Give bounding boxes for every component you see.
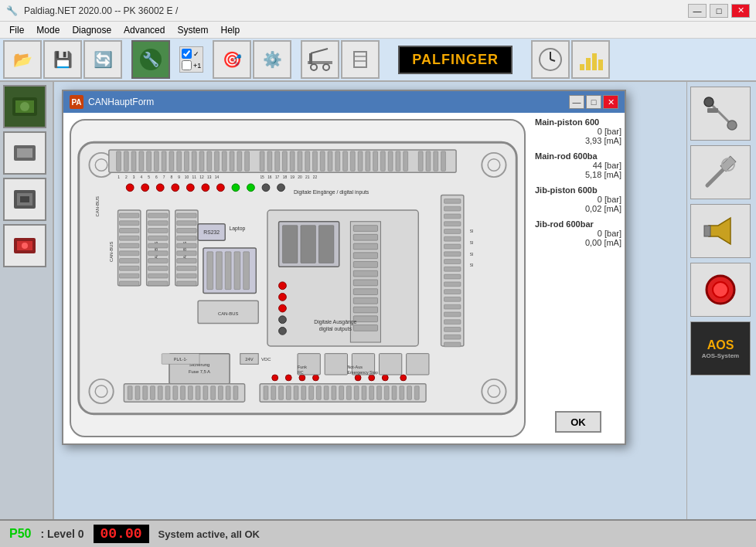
sidebar-icon-device1[interactable]	[3, 85, 46, 128]
svg-rect-131	[148, 229, 168, 233]
svg-rect-191	[444, 236, 460, 241]
dialog-controls[interactable]: — □ ✕	[569, 95, 618, 109]
svg-text:2: 2	[125, 175, 128, 179]
minimize-button[interactable]: —	[688, 4, 707, 18]
checkbox1[interactable]	[182, 49, 192, 59]
svg-point-109	[232, 184, 240, 192]
svg-text:8: 8	[171, 175, 173, 179]
checkbox2[interactable]	[182, 60, 192, 70]
right-icon-cable[interactable]	[690, 87, 751, 141]
sidebar-icon-device2[interactable]	[3, 131, 46, 175]
toolbar-save-button[interactable]: 💾	[43, 40, 82, 79]
svg-rect-187	[444, 206, 460, 211]
toolbar-folder-button[interactable]: 📂	[3, 40, 42, 79]
sidebar-icon-device4[interactable]	[3, 224, 46, 267]
data-label-3: Jib-piston 600b	[535, 185, 621, 195]
svg-rect-202	[444, 320, 460, 324]
ok-button[interactable]: OK	[555, 411, 601, 433]
toolbar-target-button[interactable]: 🎯	[213, 40, 251, 79]
menu-advanced[interactable]: Advanced	[117, 23, 171, 37]
svg-rect-40	[131, 151, 136, 171]
sidebar-icon-device3[interactable]	[3, 178, 46, 221]
data-value-1b: 3,93 [mA]	[535, 136, 621, 145]
svg-rect-133	[148, 243, 168, 248]
close-button[interactable]: ✕	[731, 4, 750, 18]
data-label-4: Jib-rod 600bar	[535, 219, 621, 229]
svg-point-261	[400, 375, 407, 381]
svg-rect-144	[177, 236, 196, 240]
toolbar-settings-button[interactable]: ⚙️	[253, 40, 291, 79]
svg-rect-205	[444, 342, 460, 347]
dialog-maximize-button[interactable]: □	[586, 95, 601, 109]
right-icon-tools[interactable]	[690, 145, 751, 199]
svg-rect-220	[151, 386, 155, 400]
svg-rect-166	[318, 226, 334, 263]
dialog-title: CANHauptForm	[88, 97, 154, 107]
content-area: PA CANHauptForm — □ ✕	[54, 82, 686, 519]
svg-rect-46	[177, 151, 182, 171]
title-bar: 🔧 Paldiag.NET 2020.00 -- PK 36002 E / — …	[0, 0, 756, 22]
svg-point-111	[262, 184, 270, 192]
svg-rect-248	[377, 386, 382, 400]
svg-rect-45	[169, 151, 174, 171]
svg-rect-124	[120, 274, 139, 278]
svg-rect-44	[162, 151, 166, 171]
svg-text:Fuse 7,5 A: Fuse 7,5 A	[189, 369, 210, 374]
svg-rect-158	[234, 252, 240, 290]
svg-rect-242	[332, 386, 336, 400]
svg-point-6	[323, 64, 329, 70]
menu-diagnose[interactable]: Diagnose	[66, 23, 117, 37]
svg-rect-176	[353, 297, 377, 304]
toolbar-chart-button[interactable]	[571, 40, 610, 79]
svg-point-254	[272, 375, 278, 381]
toolbar-clock-button[interactable]	[531, 40, 570, 79]
dialog-titlebar: PA CANHauptForm — □ ✕	[63, 91, 625, 113]
svg-rect-169	[353, 234, 377, 240]
menu-file[interactable]: File	[3, 23, 30, 37]
svg-rect-219	[143, 386, 148, 400]
maximize-button[interactable]: □	[710, 4, 728, 18]
menu-help[interactable]: Help	[214, 23, 246, 37]
svg-point-106	[186, 184, 194, 192]
title-bar-controls[interactable]: — □ ✕	[688, 4, 750, 18]
svg-rect-230	[226, 386, 230, 400]
right-icon-button[interactable]	[690, 263, 751, 317]
menu-system[interactable]: System	[171, 23, 214, 37]
svg-rect-193	[444, 252, 460, 257]
svg-rect-266	[407, 354, 429, 375]
app-icon: 🔧	[6, 5, 18, 16]
svg-rect-49	[199, 151, 204, 171]
toolbar: 📂 💾 🔄 🔧 ✓ +1 🎯 ⚙️ PALFINGER	[0, 39, 756, 82]
right-icon-aos[interactable]: AOS AOS-System	[690, 321, 751, 375]
svg-rect-241	[324, 386, 329, 400]
toolbar-refresh-button[interactable]: 🔄	[83, 40, 122, 79]
svg-rect-146	[177, 251, 196, 256]
toolbar-tool1-button[interactable]: 🔧	[131, 40, 170, 79]
right-icon-horn[interactable]	[690, 204, 751, 258]
data-label-1: Main-piston 600	[535, 117, 621, 127]
svg-text:18: 18	[283, 175, 288, 179]
title-bar-left: 🔧 Paldiag.NET 2020.00 -- PK 36002 E /	[6, 5, 178, 16]
svg-text:24V: 24V	[245, 357, 254, 362]
svg-point-256	[299, 375, 305, 381]
aos-label1: AOS	[707, 338, 734, 352]
toolbar-crane2-button[interactable]	[341, 40, 380, 79]
svg-text:🔧: 🔧	[142, 51, 160, 68]
svg-rect-190	[444, 229, 460, 234]
svg-rect-51	[215, 151, 220, 171]
dialog-minimize-button[interactable]: —	[569, 95, 584, 109]
toolbar-crane-button[interactable]	[301, 40, 339, 79]
svg-text:RS232: RS232	[203, 229, 220, 235]
svg-rect-238	[301, 386, 306, 400]
menu-mode[interactable]: Mode	[30, 23, 66, 37]
svg-text:SI: SI	[470, 229, 474, 233]
svg-text:22: 22	[313, 175, 318, 179]
svg-text:12: 12	[199, 175, 204, 179]
svg-text:10: 10	[185, 175, 189, 179]
dialog-close-button[interactable]: ✕	[603, 95, 618, 109]
svg-marker-282	[709, 218, 730, 244]
svg-text:15: 15	[260, 175, 264, 179]
svg-point-258	[355, 375, 361, 381]
svg-rect-194	[444, 260, 460, 264]
svg-rect-58	[275, 151, 280, 171]
